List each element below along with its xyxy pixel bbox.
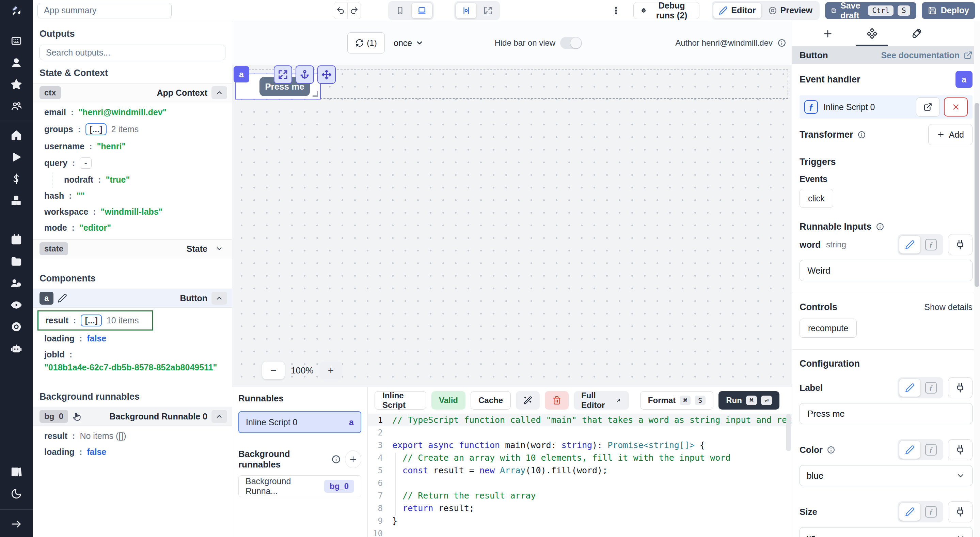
more-menu-button[interactable] <box>611 6 621 15</box>
bg0-collapse-button[interactable] <box>212 410 227 423</box>
move-handle[interactable] <box>317 65 336 84</box>
canvas-grid[interactable]: a Press me − 100% + <box>232 65 792 387</box>
rename-pencil-icon[interactable] <box>57 293 67 303</box>
connect-input-button[interactable] <box>948 234 972 255</box>
remove-script-button[interactable] <box>944 97 968 116</box>
star-icon[interactable] <box>0 73 33 96</box>
run-button[interactable]: Run ⌘ ⏎ <box>719 391 780 410</box>
resources-icon[interactable] <box>0 190 33 212</box>
mobile-view-button[interactable] <box>390 3 410 18</box>
ai-robot-icon[interactable] <box>0 338 33 360</box>
refresh-count-button[interactable]: (1) <box>347 32 385 54</box>
static-mode-button[interactable] <box>899 441 920 459</box>
format-button[interactable]: Format ⌘ S <box>640 391 713 410</box>
selected-component[interactable]: a Press me <box>235 73 321 99</box>
recompute-pill[interactable]: recompute <box>800 319 857 338</box>
eval-mode-button[interactable]: ƒ <box>920 441 942 459</box>
static-mode-button[interactable] <box>899 236 920 253</box>
panel-scrollbar[interactable] <box>974 21 980 537</box>
event-script-row[interactable]: ƒ Inline Script 0 <box>800 96 972 119</box>
tab-component-settings[interactable] <box>850 21 894 46</box>
docs-books-icon[interactable] <box>0 461 33 483</box>
deploy-button[interactable]: Deploy <box>922 2 975 19</box>
label-value-input[interactable] <box>800 403 972 424</box>
home-icon[interactable] <box>0 124 33 146</box>
info-icon[interactable] <box>858 131 866 139</box>
delete-script-button[interactable] <box>545 391 569 410</box>
eval-mode-button[interactable]: ƒ <box>920 503 942 521</box>
editor-scrollbar[interactable] <box>786 414 791 451</box>
tab-inline-script[interactable]: Inline Script <box>375 391 426 410</box>
save-draft-button[interactable]: Save draft Ctrl S <box>825 2 916 19</box>
button-component-header-row[interactable]: a Button <box>33 288 232 308</box>
groups-icon[interactable] <box>0 96 33 117</box>
workers-icon[interactable] <box>0 272 33 294</box>
color-select[interactable]: blue <box>800 465 972 486</box>
desktop-view-button[interactable] <box>412 3 432 18</box>
expand-handle[interactable] <box>274 65 292 84</box>
button-collapse-button[interactable] <box>212 292 227 304</box>
redo-button[interactable] <box>347 2 361 19</box>
static-mode-button[interactable] <box>899 379 920 397</box>
apps-icon[interactable] <box>0 30 33 52</box>
code-editor[interactable]: 1// TypeScript function called "main" th… <box>368 414 792 537</box>
runnable-bg-0[interactable]: Background Runna... bg_0 <box>239 475 361 497</box>
empty-object-chip[interactable]: - <box>80 158 91 169</box>
scrollbar-thumb[interactable] <box>975 103 979 287</box>
bg0-header-row[interactable]: bg_0 Background Runnable 0 <box>33 407 232 426</box>
eval-mode-button[interactable]: ƒ <box>920 379 942 397</box>
debug-runs-button[interactable]: Debug runs (2) <box>627 2 706 19</box>
undo-button[interactable] <box>334 2 347 19</box>
dark-mode-moon-icon[interactable] <box>0 483 33 505</box>
state-expand-button[interactable] <box>212 242 227 255</box>
user-icon[interactable] <box>0 52 33 73</box>
cache-button[interactable]: Cache <box>471 391 511 410</box>
full-editor-button[interactable]: Full Editor <box>574 391 629 410</box>
click-event-pill[interactable]: click <box>800 189 833 208</box>
tab-preview[interactable]: Preview <box>763 3 818 18</box>
hide-bar-toggle[interactable] <box>560 37 582 49</box>
see-documentation-link[interactable]: See documentation <box>881 51 972 60</box>
add-bg-runnable-button[interactable] <box>345 451 361 468</box>
size-select[interactable]: xs <box>800 527 972 537</box>
info-icon[interactable] <box>331 454 341 464</box>
state-header-row[interactable]: state State <box>33 239 232 258</box>
expand-array-chip[interactable]: [...] <box>81 314 102 327</box>
ctx-header-row[interactable]: ctx App Context <box>33 83 232 102</box>
center-align-button[interactable] <box>456 3 476 18</box>
collapse-arrow-icon[interactable] <box>0 515 33 534</box>
zoom-in-button[interactable]: + <box>320 362 342 379</box>
open-script-button[interactable] <box>916 97 940 116</box>
variables-icon[interactable] <box>0 168 33 190</box>
info-icon[interactable] <box>876 223 884 231</box>
connect-input-button[interactable] <box>948 501 972 523</box>
tab-styling[interactable] <box>894 21 939 46</box>
tab-insert-component[interactable] <box>806 21 850 46</box>
interval-select[interactable]: once <box>394 38 423 48</box>
runs-icon[interactable] <box>0 146 33 168</box>
folders-icon[interactable] <box>0 250 33 272</box>
show-details-link[interactable]: Show details <box>924 302 972 312</box>
add-transformer-button[interactable]: Add <box>928 124 972 145</box>
info-icon[interactable] <box>827 446 835 454</box>
runnable-inline-script-0[interactable]: Inline Script 0 a <box>239 411 361 433</box>
word-value-input[interactable] <box>800 260 972 281</box>
windmill-logo[interactable] <box>0 0 33 21</box>
info-icon[interactable] <box>777 38 786 47</box>
ctx-collapse-button[interactable] <box>212 86 227 99</box>
tab-editor[interactable]: Editor <box>713 3 761 18</box>
connect-input-button[interactable] <box>948 377 972 398</box>
app-summary-input[interactable] <box>37 3 172 18</box>
settings-gear-icon[interactable] <box>0 316 33 338</box>
resize-handle[interactable] <box>313 91 318 97</box>
fullwidth-button[interactable] <box>478 3 498 18</box>
zoom-out-button[interactable]: − <box>262 362 285 379</box>
ai-assistant-button[interactable] <box>516 391 540 410</box>
expand-array-chip[interactable]: [...] <box>86 123 107 135</box>
audit-eye-icon[interactable] <box>0 294 33 316</box>
anchor-handle[interactable] <box>296 65 314 84</box>
search-outputs-input[interactable] <box>40 45 226 60</box>
static-mode-button[interactable] <box>899 503 920 521</box>
connect-input-button[interactable] <box>948 439 972 461</box>
schedules-icon[interactable] <box>0 229 33 250</box>
